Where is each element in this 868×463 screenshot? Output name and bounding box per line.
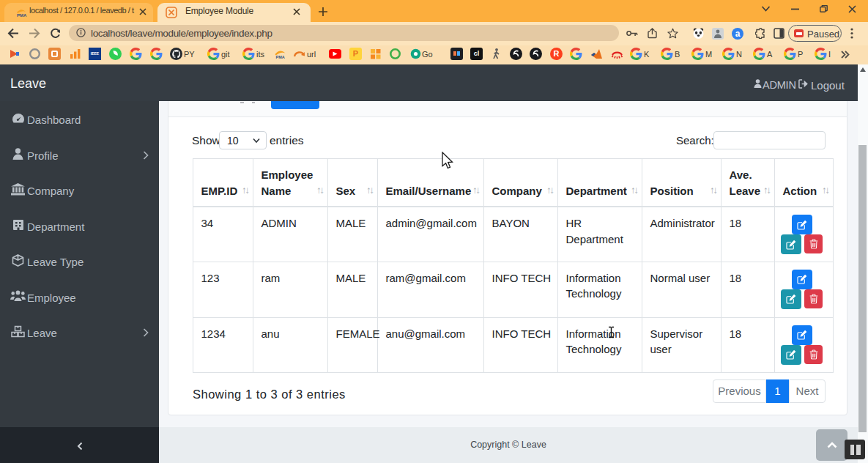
svg-text:PMA: PMA xyxy=(17,13,27,18)
svg-text:PMA: PMA xyxy=(276,55,285,59)
